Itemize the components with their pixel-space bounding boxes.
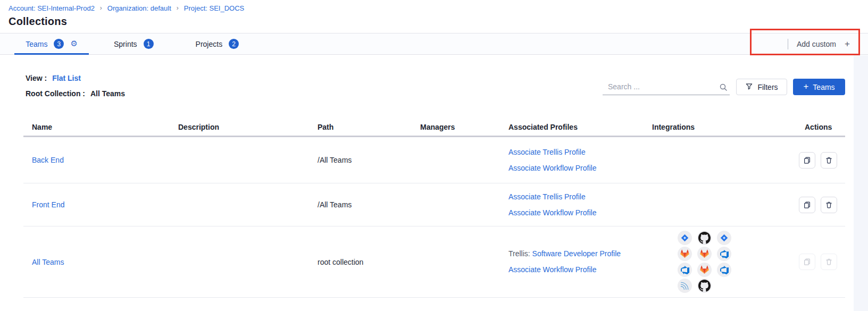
- actions-cell: [799, 254, 845, 270]
- table-row: Front End /All Teams Associate Trellis P…: [23, 183, 845, 226]
- tab-count-badge: 3: [54, 39, 64, 49]
- tab-list: Teams3⚙Sprints1Projects2: [0, 33, 240, 54]
- tab-teams[interactable]: Teams3⚙: [14, 33, 89, 54]
- azure-devops-icon[interactable]: [717, 247, 731, 261]
- profile-link[interactable]: Software Developer Profile: [532, 249, 621, 258]
- jira-icon[interactable]: [717, 231, 731, 245]
- add-custom-section: Add custom +: [788, 33, 850, 54]
- column-header: Name: [32, 123, 178, 131]
- profile-link[interactable]: Associate Trellis Profile: [508, 192, 586, 201]
- github-icon[interactable]: [697, 279, 712, 293]
- tab-projects[interactable]: Projects2: [195, 33, 240, 54]
- breadcrumb-link[interactable]: Account: SEI-Internal-Prod2: [9, 4, 95, 12]
- breadcrumb-link[interactable]: Project: SEI_DOCS: [184, 4, 244, 12]
- associated-profiles-cell: Trellis: Software Developer ProfileAssoc…: [508, 248, 652, 275]
- add-custom-button[interactable]: Add custom: [797, 40, 836, 48]
- profile-line: Associate Trellis Profile: [508, 191, 652, 203]
- table-row: Back End /All Teams Associate Trellis Pr…: [23, 137, 845, 183]
- column-header: Associated Profiles: [508, 123, 652, 131]
- tab-count-badge: 2: [229, 39, 239, 49]
- tab-bar: Teams3⚙Sprints1Projects2 Add custom +: [0, 33, 868, 55]
- breadcrumb-link[interactable]: Organization: default: [107, 4, 171, 12]
- page-background-strip: [854, 55, 868, 311]
- github-icon[interactable]: [697, 231, 712, 245]
- view-label: View :: [26, 73, 47, 83]
- add-teams-button[interactable]: + Teams: [793, 79, 845, 95]
- path-cell: /All Teams: [318, 200, 420, 209]
- profile-line: Associate Workflow Profile: [508, 207, 652, 218]
- delete-collection-button[interactable]: [821, 197, 837, 213]
- column-header: Integrations: [652, 123, 799, 131]
- column-header: Actions: [799, 123, 845, 131]
- column-header: Description: [178, 123, 318, 131]
- table-row: All Teams root collection Trellis: Softw…: [23, 226, 845, 298]
- table-body: Back End /All Teams Associate Trellis Pr…: [23, 137, 845, 298]
- collections-table: NameDescriptionPathManagersAssociated Pr…: [23, 118, 845, 298]
- view-bar: View : Flat List Root Collection : All T…: [26, 73, 125, 104]
- delete-collection-button: [821, 254, 837, 270]
- collection-name-link[interactable]: Front End: [32, 200, 64, 209]
- add-custom-plus-icon[interactable]: +: [845, 39, 850, 49]
- profile-link[interactable]: Associate Workflow Profile: [508, 208, 596, 217]
- gitlab-icon[interactable]: [697, 263, 712, 277]
- profile-link[interactable]: Associate Workflow Profile: [508, 265, 596, 274]
- delete-collection-button[interactable]: [821, 152, 837, 169]
- azure-devops-icon[interactable]: [678, 263, 692, 277]
- profile-link[interactable]: Associate Trellis Profile: [508, 148, 586, 156]
- plus-icon: +: [803, 82, 808, 91]
- add-teams-button-label: Teams: [813, 83, 834, 91]
- profile-line: Trellis: Software Developer Profile: [508, 248, 652, 259]
- actions-cell: [799, 152, 845, 169]
- profile-line: Associate Trellis Profile: [508, 147, 652, 158]
- integrations-cell: [652, 231, 799, 293]
- tab-sprints[interactable]: Sprints1: [113, 33, 155, 54]
- tab-label: Teams: [26, 40, 47, 48]
- filters-button[interactable]: Filters: [736, 79, 787, 95]
- profile-prefix: Trellis:: [508, 249, 532, 258]
- path-cell: root collection: [318, 258, 420, 266]
- root-collection-label: Root Collection :: [26, 89, 85, 98]
- clone-collection-button: [799, 254, 815, 270]
- tab-label: Sprints: [114, 40, 137, 48]
- jira-icon[interactable]: [678, 231, 692, 245]
- tab-label: Projects: [196, 40, 223, 48]
- gitlab-icon[interactable]: [678, 247, 692, 261]
- search-input[interactable]: [603, 80, 730, 95]
- collections-page: Account: SEI-Internal-Prod2›Organization…: [0, 0, 868, 311]
- gitlab-icon[interactable]: [697, 247, 712, 261]
- table-header-row: NameDescriptionPathManagersAssociated Pr…: [23, 118, 845, 137]
- funnel-icon: [745, 82, 753, 92]
- profile-line: Associate Workflow Profile: [508, 163, 652, 174]
- search-icon: [719, 83, 728, 94]
- integration-icon-grid: [678, 231, 731, 293]
- sonarqube-icon[interactable]: [678, 279, 692, 293]
- column-header: Managers: [420, 123, 508, 131]
- profile-line: Associate Workflow Profile: [508, 264, 652, 275]
- associated-profiles-cell: Associate Trellis ProfileAssociate Workf…: [508, 147, 652, 174]
- profile-link[interactable]: Associate Workflow Profile: [508, 164, 596, 172]
- collection-name-link[interactable]: All Teams: [32, 258, 64, 266]
- root-collection-value: All Teams: [90, 89, 125, 98]
- breadcrumb-separator-icon: ›: [100, 4, 102, 12]
- breadcrumb: Account: SEI-Internal-Prod2›Organization…: [9, 4, 244, 12]
- filters-button-label: Filters: [757, 83, 778, 91]
- path-cell: /All Teams: [318, 156, 420, 164]
- breadcrumb-separator-icon: ›: [177, 4, 179, 12]
- search-box: [603, 80, 730, 95]
- gear-icon[interactable]: ⚙: [70, 40, 77, 48]
- tab-count-badge: 1: [144, 39, 154, 49]
- associated-profiles-cell: Associate Trellis ProfileAssociate Workf…: [508, 191, 652, 218]
- column-header: Path: [318, 123, 420, 131]
- view-mode-link[interactable]: Flat List: [52, 73, 81, 83]
- clone-collection-button[interactable]: [799, 197, 815, 213]
- clone-collection-button[interactable]: [799, 152, 815, 169]
- page-title: Collections: [9, 15, 67, 28]
- azure-devops-icon[interactable]: [717, 263, 731, 277]
- actions-cell: [799, 197, 845, 213]
- add-custom-divider: [788, 39, 788, 49]
- collection-name-link[interactable]: Back End: [32, 156, 64, 164]
